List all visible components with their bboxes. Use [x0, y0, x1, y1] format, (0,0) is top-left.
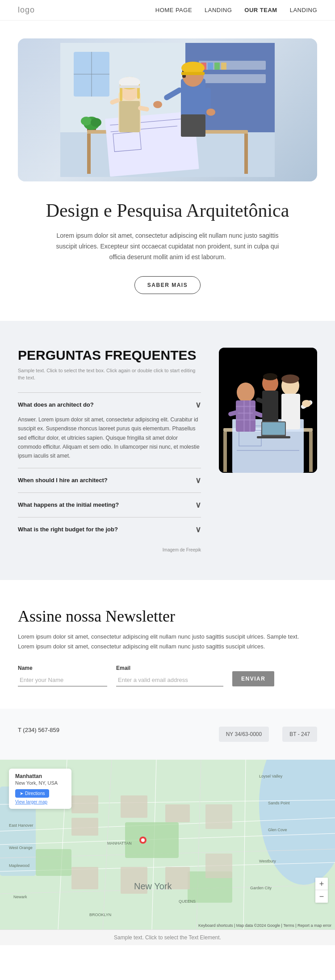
newsletter-description: Lorem ipsum dolor sit amet, consectetur …: [18, 632, 304, 652]
faq-chevron-3: ∨: [195, 500, 201, 510]
svg-text:Sands Point: Sands Point: [268, 801, 290, 805]
svg-rect-7: [214, 63, 220, 70]
svg-point-14: [81, 117, 92, 126]
faq-image: [219, 348, 317, 473]
email-input[interactable]: [116, 674, 223, 686]
svg-rect-56: [236, 400, 255, 432]
svg-rect-8: [221, 63, 226, 70]
nav-landing-2[interactable]: LANDING: [290, 7, 317, 13]
svg-point-68: [302, 400, 311, 407]
faq-chevron-1: ∨: [195, 400, 201, 410]
map-popup: Manhattan New York, NY, USA ➤ Directions…: [9, 769, 71, 809]
directions-icon: ➤: [20, 791, 23, 796]
hero-image-placeholder: [18, 38, 317, 181]
svg-rect-34: [181, 114, 205, 137]
svg-rect-41: [205, 88, 211, 112]
map-zoom-controls: + −: [315, 878, 328, 903]
svg-text:New York: New York: [134, 881, 172, 891]
svg-text:Newark: Newark: [13, 895, 27, 899]
name-label: Name: [18, 665, 107, 671]
faq-question-4-text: What is the right budget for the job?: [18, 526, 118, 533]
map-directions-button[interactable]: ➤ Directions: [15, 789, 49, 798]
svg-rect-102: [205, 854, 232, 878]
svg-rect-101: [205, 804, 232, 829]
faq-chevron-2: ∨: [195, 475, 201, 485]
faq-answer-1: Answer. Lorem ipsum dolor sit amet, cons…: [18, 415, 201, 461]
svg-rect-96: [71, 867, 98, 889]
view-larger-map-link[interactable]: View larger map: [15, 799, 65, 804]
enviar-button[interactable]: ENVIAR: [232, 671, 274, 686]
map-section: New York Hackensack Dhur Loysel Valley S…: [0, 760, 335, 930]
map-popup-address: New York, NY, USA: [15, 780, 65, 786]
name-field-group: Name: [18, 665, 107, 686]
svg-rect-92: [36, 849, 71, 876]
faq-section: PERGUNTAS FREQUENTES Sample text. Click …: [0, 321, 335, 580]
hero-description: Lorem ipsum dolor sit amet, consectetur …: [51, 231, 284, 262]
svg-text:Maplewood: Maplewood: [9, 863, 29, 868]
svg-rect-57: [236, 406, 255, 407]
other-value: BT - 247: [289, 731, 310, 737]
svg-rect-39: [181, 72, 205, 75]
sample-text: Sample text. Click to select the Text El…: [114, 934, 221, 941]
hero-illustration: [60, 43, 275, 177]
faq-item-1: What does an architect do? ∨ Answer. Lor…: [18, 392, 201, 468]
email-label: Email: [116, 665, 223, 671]
faq-subtitle: Sample text. Click to select the text bo…: [18, 367, 201, 382]
svg-rect-59: [236, 419, 255, 421]
svg-text:West Orange: West Orange: [9, 845, 33, 850]
svg-rect-95: [71, 818, 98, 836]
name-input[interactable]: [18, 674, 107, 686]
svg-rect-58: [236, 412, 255, 414]
phone-value: T (234) 567-859: [18, 727, 205, 733]
newsletter-section: Assine nossa Newsletter Lorem ipsum dolo…: [0, 580, 335, 709]
logo: logo: [18, 5, 35, 15]
svg-rect-61: [249, 400, 251, 432]
faq-question-1[interactable]: What does an architect do? ∨: [18, 400, 201, 410]
svg-rect-91: [125, 822, 179, 858]
nav-homepage[interactable]: HOME PAGE: [155, 7, 192, 13]
faq-question-3[interactable]: What happens at the initial meeting? ∨: [18, 500, 201, 510]
svg-rect-24: [119, 101, 140, 132]
faq-illustration: [219, 348, 317, 473]
svg-rect-60: [243, 400, 245, 432]
other-box: BT - 247: [282, 727, 317, 742]
faq-question-2[interactable]: When should I hire an architect? ∨: [18, 475, 201, 485]
zoom-out-button[interactable]: −: [315, 890, 328, 903]
svg-rect-30: [119, 85, 140, 88]
saber-mais-button[interactable]: SABER MAIS: [134, 276, 201, 294]
faq-question-3-text: What happens at the initial meeting?: [18, 501, 119, 508]
phone-info: T (234) 567-859: [18, 727, 205, 742]
hero-title: Design e Pesquisa Arquitetônica: [18, 199, 317, 222]
nav-links: HOME PAGE LANDING OUR TEAM LANDING: [155, 7, 317, 13]
svg-text:BROOKLYN: BROOKLYN: [89, 913, 111, 917]
svg-rect-4: [199, 74, 266, 83]
fax-box: NY 34/63-0000: [219, 727, 269, 742]
svg-point-65: [281, 374, 299, 383]
svg-text:Westbury: Westbury: [259, 859, 276, 863]
faq-image-column: [219, 348, 317, 553]
svg-point-104: [141, 838, 145, 842]
svg-rect-6: [208, 63, 213, 70]
svg-text:Glen Cove: Glen Cove: [268, 828, 287, 832]
zoom-in-button[interactable]: +: [315, 878, 328, 890]
nav-landing-1[interactable]: LANDING: [205, 7, 232, 13]
map-popup-title: Manhattan: [15, 773, 65, 779]
navbar: logo HOME PAGE LANDING OUR TEAM LANDING: [0, 0, 335, 21]
faq-item-3: What happens at the initial meeting? ∨: [18, 492, 201, 517]
directions-label: Directions: [25, 791, 45, 796]
svg-text:East Hanover: East Hanover: [9, 823, 34, 828]
newsletter-title: Assine nossa Newsletter: [18, 607, 317, 626]
email-field-group: Email: [116, 665, 223, 686]
contact-info-row: T (234) 567-859 NY 34/63-0000 BT - 247: [18, 727, 317, 742]
svg-rect-17: [87, 134, 91, 174]
svg-rect-18: [244, 134, 248, 174]
faq-question-2-text: When should I hire an architect?: [18, 477, 108, 484]
nav-our-team[interactable]: OUR TEAM: [244, 7, 277, 13]
faq-question-4[interactable]: What is the right budget for the job? ∨: [18, 525, 201, 534]
faq-question-1-text: What does an architect do?: [18, 401, 94, 408]
faq-content: PERGUNTAS FREQUENTES Sample text. Click …: [18, 348, 201, 553]
svg-rect-99: [165, 804, 190, 822]
svg-point-42: [153, 101, 162, 108]
svg-point-54: [237, 383, 255, 402]
svg-rect-74: [262, 422, 285, 435]
